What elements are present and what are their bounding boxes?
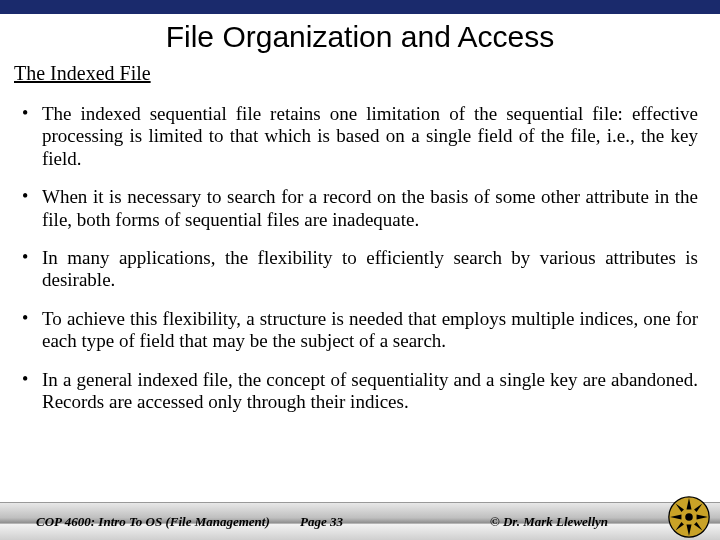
bullet-item: When it is necessary to search for a rec…: [22, 186, 698, 231]
slide: File Organization and Access The Indexed…: [0, 0, 720, 540]
slide-body: The indexed sequential file retains one …: [0, 91, 720, 502]
footer: COP 4600: Intro To OS (File Management) …: [0, 502, 720, 540]
svg-point-1: [685, 513, 693, 521]
ucf-logo-icon: [668, 496, 710, 538]
bullet-item: In many applications, the flexibility to…: [22, 247, 698, 292]
top-accent-bar: [0, 0, 720, 14]
bullet-list: The indexed sequential file retains one …: [22, 103, 698, 413]
bullet-item: In a general indexed file, the concept o…: [22, 369, 698, 414]
bullet-item: The indexed sequential file retains one …: [22, 103, 698, 170]
footer-course: COP 4600: Intro To OS (File Management): [0, 514, 300, 530]
slide-title: File Organization and Access: [0, 14, 720, 60]
footer-page: Page 33: [300, 514, 450, 530]
bullet-item: To achieve this flexibility, a structure…: [22, 308, 698, 353]
slide-subtitle: The Indexed File: [0, 60, 720, 91]
